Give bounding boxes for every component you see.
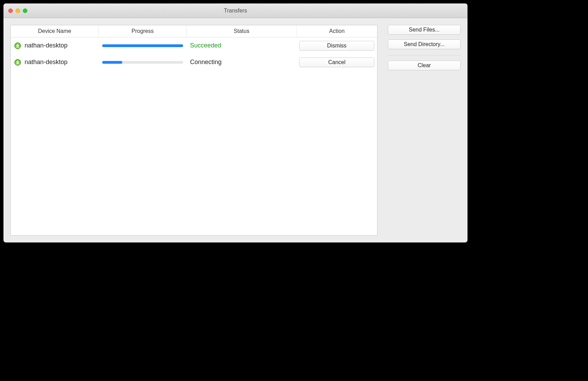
maximize-window-button[interactable] (23, 8, 27, 13)
download-arrow-icon (14, 42, 21, 49)
cancel-button[interactable]: Cancel (299, 57, 374, 67)
titlebar[interactable]: Transfers (3, 3, 467, 18)
device-cell: nathan-desktop (11, 37, 99, 54)
send-files-button[interactable]: Send Files... (388, 25, 461, 35)
transfers-table-panel: Device Name Progress Status Action natha… (10, 25, 377, 236)
progress-cell (99, 37, 187, 54)
progress-bar (102, 44, 183, 47)
column-header-device[interactable]: Device Name (11, 25, 99, 37)
minimize-window-button[interactable] (16, 8, 20, 13)
progress-bar-fill (102, 44, 183, 47)
status-label: Succeeded (187, 37, 296, 54)
column-header-action[interactable]: Action (296, 25, 377, 37)
column-header-status[interactable]: Status (187, 25, 296, 37)
dismiss-button[interactable]: Dismiss (299, 41, 374, 51)
progress-cell (99, 54, 187, 71)
close-window-button[interactable] (8, 8, 13, 13)
column-header-progress[interactable]: Progress (99, 25, 187, 37)
status-label: Connecting (187, 54, 296, 71)
clear-button[interactable]: Clear (388, 61, 461, 70)
table-row[interactable]: nathan-desktopConnectingCancel (11, 54, 377, 71)
sidebar: Send Files... Send Directory... Clear (388, 25, 461, 236)
progress-bar (102, 61, 183, 64)
action-cell: Cancel (296, 54, 377, 71)
device-cell: nathan-desktop (11, 54, 99, 71)
table-row[interactable]: nathan-desktopSucceededDismiss (11, 37, 377, 54)
send-directory-button[interactable]: Send Directory... (388, 39, 461, 49)
sidebar-group-send: Send Files... Send Directory... (388, 25, 461, 56)
traffic-lights (8, 8, 27, 13)
transfers-table: Device Name Progress Status Action natha… (11, 25, 377, 71)
download-arrow-icon (14, 59, 21, 66)
device-name-label: nathan-desktop (25, 59, 68, 66)
device-name-label: nathan-desktop (25, 42, 68, 49)
transfers-window: Transfers Device Name Progress Status Ac… (3, 3, 467, 242)
progress-bar-fill (102, 61, 122, 64)
window-content: Device Name Progress Status Action natha… (3, 18, 467, 242)
window-title: Transfers (3, 8, 467, 14)
action-cell: Dismiss (296, 37, 377, 54)
